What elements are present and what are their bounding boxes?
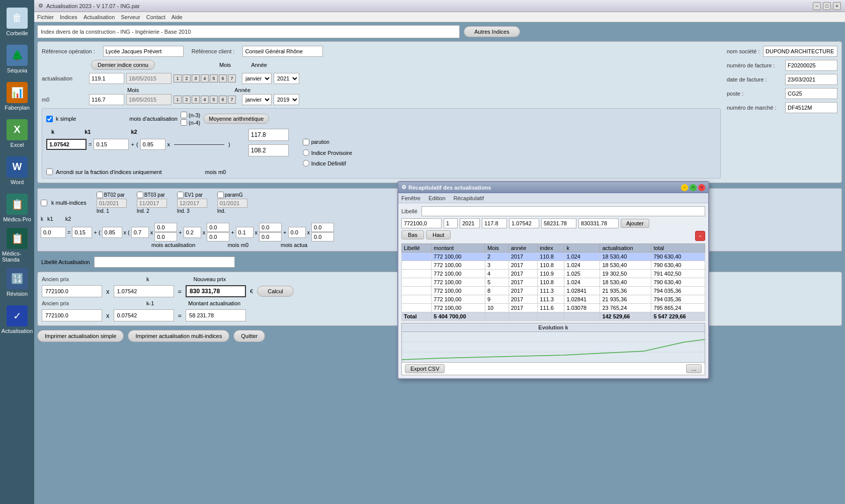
moyenne-arithmetique-button[interactable]: Moyenne arithmétique	[203, 114, 269, 124]
num-marche-input[interactable]	[785, 102, 837, 113]
num-btn-1[interactable]: 1	[174, 74, 182, 82]
ancien-prix-1-input[interactable]	[42, 285, 102, 297]
table-row[interactable]: 772 100,00 3 2017 110.8 1.024 18 530,40 …	[402, 261, 705, 270]
date-facture-input[interactable]	[785, 74, 837, 85]
recap-libelle-input[interactable]	[421, 206, 705, 216]
recap-annee-input[interactable]	[460, 218, 480, 228]
table-row[interactable]: 772 100,00 4 2017 110.9 1.025 19 302,50 …	[402, 270, 705, 278]
ev1-date[interactable]	[177, 199, 207, 208]
actualisation-mois-select[interactable]: janvierfévriermars avrilmaijuin juillet	[242, 73, 272, 84]
table-row[interactable]: 772 100,00 10 2017 111.6 1.03078 23 765,…	[402, 304, 705, 312]
bt02-parution-check[interactable]	[97, 192, 103, 198]
more-button[interactable]: ...	[686, 364, 702, 373]
km-v4-input[interactable]	[288, 227, 306, 238]
bas-button[interactable]: Bas	[401, 230, 424, 239]
m0-num-btn-1[interactable]: 1	[174, 96, 182, 104]
param4-date[interactable]	[217, 199, 247, 208]
close-button[interactable]: ×	[833, 2, 841, 10]
km-bt03-val1[interactable]	[207, 223, 229, 232]
minus-button[interactable]: -	[695, 231, 705, 241]
num-btn-2[interactable]: 2	[183, 74, 191, 82]
sidebar-item-word[interactable]: W Word	[2, 153, 32, 188]
actualisation-value-input[interactable]	[89, 73, 124, 84]
print-simple-button[interactable]: Imprimer actualisation simple	[37, 330, 124, 342]
mois-act-value2-input[interactable]	[248, 144, 289, 156]
indice-definitif-radio[interactable]	[303, 160, 309, 166]
num-btn-3[interactable]: 3	[192, 74, 200, 82]
recap-zoom-btn[interactable]: +	[690, 184, 697, 191]
m0-num-btn-4[interactable]: 4	[201, 96, 209, 104]
m0-num-btn-3[interactable]: 3	[192, 96, 200, 104]
km-v2-input[interactable]	[184, 227, 201, 238]
k-calc-input[interactable]	[114, 285, 174, 297]
km-k2-input[interactable]	[102, 227, 122, 238]
ancien-prix-2-input[interactable]	[42, 309, 102, 321]
k1-calc-input[interactable]	[114, 309, 174, 321]
menu-actualisation[interactable]: Actualisation	[83, 14, 115, 20]
n3-checkbox[interactable]	[181, 112, 187, 118]
km-k-input[interactable]	[41, 227, 66, 238]
menu-contact[interactable]: Contact	[146, 14, 165, 20]
calcul-button[interactable]: Calcul	[257, 286, 294, 297]
sidebar-item-faberplan[interactable]: 📊 Faberplan	[2, 78, 32, 114]
table-row[interactable]: 772 100,00 5 2017 110.8 1.024 18 530,40 …	[402, 278, 705, 287]
table-row[interactable]: 772 100,00 8 2017 111.3 1.02841 21 935,3…	[402, 287, 705, 295]
menu-aide[interactable]: Aide	[172, 14, 183, 20]
km-bt03-val2[interactable]	[207, 232, 229, 241]
k-simple-checkbox[interactable]	[46, 116, 53, 122]
bt03-parution-check[interactable]	[137, 192, 143, 198]
recap-menu-edition[interactable]: Edition	[429, 195, 446, 201]
num-btn-4[interactable]: 4	[201, 74, 209, 82]
sidebar-item-actualisation[interactable]: ✓ Actualisation	[2, 302, 32, 337]
recap-menu-recapit[interactable]: Récapitulatif	[454, 195, 484, 201]
m0-num-btn-6[interactable]: 6	[219, 96, 227, 104]
k2-value-input[interactable]	[140, 139, 165, 150]
num-btn-5[interactable]: 5	[210, 74, 218, 82]
recap-minimize-btn[interactable]: −	[681, 184, 688, 191]
recap-close-btn[interactable]: ×	[698, 184, 705, 191]
num-facture-input[interactable]	[785, 60, 837, 71]
km-k1-input[interactable]	[72, 227, 92, 238]
autres-indices-button[interactable]: Autres Indices	[464, 26, 520, 37]
menu-fichier[interactable]: Fichier	[37, 14, 54, 20]
km-bt02-val2[interactable]	[154, 232, 177, 241]
m0-num-btn-2[interactable]: 2	[183, 96, 191, 104]
print-multi-button[interactable]: Imprimer actualisation multi-indices	[128, 330, 229, 342]
indice-provisoire-radio[interactable]	[303, 149, 309, 156]
ev1-parution-check[interactable]	[177, 192, 184, 198]
ref-client-input[interactable]	[242, 46, 323, 57]
recap-k-input[interactable]	[509, 218, 539, 228]
libelle-input[interactable]	[94, 257, 235, 268]
m0-num-btn-5[interactable]: 5	[210, 96, 218, 104]
bt02-date[interactable]	[97, 199, 127, 208]
recap-index-input[interactable]	[482, 218, 507, 228]
arrondi-checkbox[interactable]	[46, 169, 53, 175]
mois-act-value1-input[interactable]	[248, 129, 289, 141]
m0-num-btn-7[interactable]: 7	[228, 96, 236, 104]
km-p4-val1[interactable]	[311, 223, 334, 232]
recap-actualisation-input[interactable]	[541, 218, 576, 228]
menu-serveur[interactable]: Serveur	[121, 14, 140, 20]
m0-value-input[interactable]	[89, 94, 124, 105]
recap-ajouter-button[interactable]: Ajouter	[621, 219, 649, 228]
k-value-input[interactable]	[46, 139, 87, 150]
poste-input[interactable]	[785, 88, 837, 99]
m0-annee-select[interactable]: 20192020	[274, 94, 299, 105]
bt03-date[interactable]	[137, 199, 167, 208]
export-csv-button[interactable]: Export CSV	[405, 364, 445, 373]
haut-button[interactable]: Haut	[426, 230, 451, 239]
sidebar-item-corbeille[interactable]: 🗑 Corbeille	[2, 4, 32, 39]
sidebar-item-medics-standa[interactable]: 📋 Médics-Standa	[2, 227, 32, 263]
maximize-button[interactable]: □	[823, 2, 831, 10]
parution-checkbox[interactable]	[303, 139, 309, 145]
dernier-indice-button[interactable]: Dernier indice connu	[91, 60, 155, 70]
num-btn-6[interactable]: 6	[219, 74, 227, 82]
recap-total-input[interactable]	[578, 218, 619, 228]
table-row[interactable]: 772 100,00 2 2017 110.8 1.024 18 530,40 …	[402, 253, 705, 261]
quitter-button[interactable]: Quitter	[233, 330, 265, 342]
num-btn-7[interactable]: 7	[228, 74, 236, 82]
sidebar-item-sequoia[interactable]: 🌲 Séquoia	[2, 41, 32, 76]
table-row[interactable]: 772 100,00 9 2017 111.3 1.02841 21 935,3…	[402, 295, 705, 304]
km-ev1-val1[interactable]	[259, 223, 282, 232]
actualisation-annee-select[interactable]: 202120202019	[274, 73, 299, 84]
